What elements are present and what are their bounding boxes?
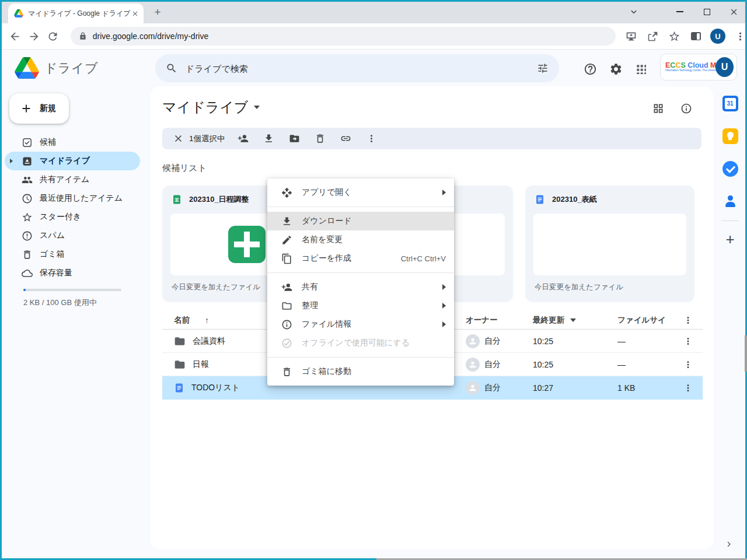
search-input[interactable] [186, 64, 537, 74]
menu-item-download[interactable]: ダウンロード [267, 212, 454, 230]
back-button[interactable] [8, 29, 22, 43]
column-owner[interactable]: オーナー [466, 315, 533, 326]
close-window-button[interactable] [720, 0, 747, 23]
download-selected-button[interactable] [259, 129, 279, 149]
minimize-button[interactable] [666, 0, 693, 23]
browser-avatar[interactable]: U [710, 29, 725, 44]
column-size[interactable]: ファイルサイ [617, 315, 683, 326]
person-icon [468, 337, 477, 346]
search-bar[interactable] [155, 54, 559, 82]
cloud-icon [22, 268, 33, 279]
tasks-icon [722, 161, 738, 177]
menu-item-rename[interactable]: 名前を変更 [267, 230, 454, 249]
star-icon [22, 212, 33, 223]
save-page-button[interactable] [624, 29, 638, 43]
expand-arrow-icon[interactable] [10, 159, 13, 163]
calendar-icon: 31 [722, 96, 738, 111]
sidebar-item-suggested[interactable]: 候補 [5, 133, 140, 152]
row-menu-button[interactable] [683, 359, 703, 370]
copy-link-button[interactable] [336, 129, 356, 149]
title-caret-icon[interactable] [254, 106, 260, 109]
reload-icon [47, 30, 59, 43]
clear-selection-button[interactable] [168, 129, 188, 149]
keep-button[interactable] [721, 127, 739, 145]
scrollbar-thumb[interactable] [745, 335, 747, 372]
menu-item-make-copy[interactable]: コピーを作成Ctrl+C Ctrl+V [267, 249, 454, 268]
download-icon [263, 133, 274, 144]
spam-icon [22, 230, 33, 242]
context-menu: アプリで開く ダウンロード 名前を変更 コピーを作成Ctrl+C Ctrl+V … [267, 178, 454, 386]
maximize-button[interactable] [693, 0, 720, 23]
side-panel-icon [691, 32, 701, 40]
row-menu-button[interactable] [683, 336, 703, 346]
submenu-arrow-icon [442, 303, 446, 309]
eccs-brand: ECCS Cloud Mail Information Technology C… [665, 62, 713, 73]
download-icon [281, 216, 292, 227]
account-avatar[interactable]: U [715, 57, 734, 77]
contacts-button[interactable] [721, 192, 739, 210]
settings-button[interactable] [608, 61, 623, 76]
tab-close-button[interactable] [131, 10, 139, 18]
more-actions-button[interactable] [362, 129, 382, 149]
info-icon [680, 103, 692, 114]
apps-grid-button[interactable] [633, 61, 648, 76]
new-tab-button[interactable]: + [151, 5, 165, 19]
side-panel-button[interactable] [689, 29, 703, 43]
grid-view-button[interactable] [651, 101, 666, 116]
column-modified[interactable]: 最終更新 [533, 315, 617, 326]
move-selected-button[interactable] [285, 129, 305, 149]
person-icon [468, 360, 477, 369]
forward-button[interactable] [27, 29, 41, 43]
person-add-icon [238, 133, 249, 144]
folder-icon [281, 300, 292, 312]
help-icon [584, 62, 597, 76]
delete-selected-button[interactable] [310, 129, 330, 149]
row-menu-button[interactable] [683, 383, 703, 393]
maximize-icon [704, 9, 710, 15]
calendar-button[interactable]: 31 [721, 94, 739, 112]
column-settings-button[interactable] [683, 315, 703, 326]
menu-item-share[interactable]: 共有 [267, 278, 454, 296]
grid-view-icon [652, 103, 664, 114]
address-bar[interactable]: drive.google.com/drive/my-drive [71, 27, 616, 46]
browser-menu-button[interactable] [733, 29, 747, 43]
account-badge[interactable]: ECCS Cloud Mail Information Technology C… [660, 54, 737, 80]
collapse-panel-button[interactable] [724, 539, 734, 550]
menu-item-offline: オフラインで使用可能にする [267, 334, 454, 352]
get-addons-button[interactable]: + [721, 230, 739, 248]
plus-icon [20, 102, 33, 115]
sidebar-item-spam[interactable]: スパム [5, 226, 140, 245]
browser-tab[interactable]: マイドライブ - Google ドライブ [8, 4, 144, 23]
new-button[interactable]: 新規 [9, 93, 69, 124]
share-button[interactable] [645, 29, 659, 43]
menu-item-move-to-trash[interactable]: ゴミ箱に移動 [267, 362, 454, 381]
offline-icon [281, 338, 292, 349]
sidebar-item-starred[interactable]: スター付き [5, 208, 140, 226]
tasks-button[interactable] [721, 160, 739, 177]
tab-search-button[interactable] [621, 0, 647, 23]
sidebar-item-shared[interactable]: 共有アイテム [5, 170, 140, 189]
search-filter-icon[interactable] [537, 62, 549, 74]
submenu-arrow-icon [442, 321, 446, 327]
sidebar-item-storage[interactable]: 保存容量 [5, 264, 140, 282]
menu-item-organize[interactable]: 整理 [267, 296, 454, 315]
sidebar-item-trash[interactable]: ゴミ箱 [5, 245, 140, 264]
help-button[interactable] [582, 61, 598, 76]
bookmark-star-button[interactable] [667, 29, 681, 43]
browser-titlebar: マイドライブ - Google ドライブ + [0, 0, 747, 23]
suggestion-card[interactable]: 202310_表紙 今日変更を加えたファイル [525, 186, 694, 302]
menu-divider [267, 206, 454, 207]
search-icon [166, 62, 177, 74]
folder-move-icon [289, 133, 300, 144]
more-vert-icon [683, 336, 693, 346]
details-button[interactable] [679, 101, 694, 116]
save-page-icon [625, 30, 637, 43]
share-selected-button[interactable] [233, 129, 253, 149]
menu-item-file-info[interactable]: ファイル情報 [267, 315, 454, 334]
page-title[interactable]: マイドライブ [162, 98, 248, 117]
sidebar-item-recent[interactable]: 最近使用したアイテム [5, 189, 140, 208]
sidebar-item-my-drive[interactable]: マイドライブ [5, 152, 140, 170]
trash-icon [22, 249, 33, 260]
reload-button[interactable] [46, 29, 60, 43]
menu-item-open-with[interactable]: アプリで開く [267, 183, 454, 202]
